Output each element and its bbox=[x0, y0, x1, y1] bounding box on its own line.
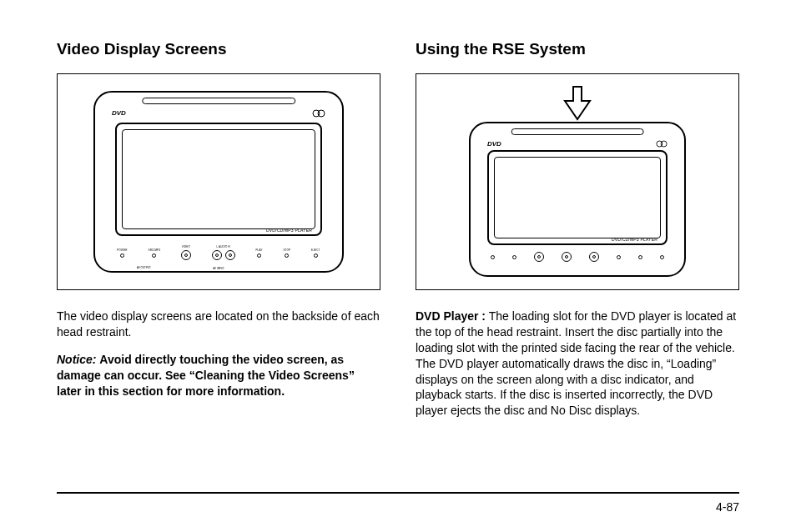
disc-slot bbox=[511, 128, 644, 135]
figure-video-display: DVD DVD/CD/MP3 PLAYER POWER SRC/MP3 VIDE… bbox=[57, 73, 380, 290]
button-icon bbox=[491, 255, 495, 259]
screen-bezel: DVD/CD/MP3 PLAYER bbox=[115, 123, 322, 236]
button-icon bbox=[512, 255, 516, 259]
jack-icon bbox=[534, 252, 544, 262]
svg-point-1 bbox=[318, 110, 325, 117]
jack-icon bbox=[589, 252, 599, 262]
dvd-logo: DVD bbox=[487, 140, 501, 148]
para-screen-location: The video display screens are located on… bbox=[57, 309, 380, 340]
source-button-icon bbox=[152, 253, 156, 258]
figure-rse-system: DVD DVD/CD/MP3 PLAYER bbox=[416, 73, 739, 290]
heading-using-rse: Using the RSE System bbox=[416, 40, 739, 58]
page-number: 4-87 bbox=[716, 500, 739, 514]
screen-inner bbox=[494, 157, 661, 238]
notice-paragraph: Notice: Avoid directly touching the vide… bbox=[57, 352, 380, 399]
screen-model-label: DVD/CD/MP3 PLAYER bbox=[266, 228, 312, 233]
audio-l-jack-icon bbox=[212, 250, 222, 260]
video-jack-icon bbox=[181, 250, 191, 260]
para-dvd-player: DVD Player : The loading slot for the DV… bbox=[416, 309, 739, 419]
right-column: Using the RSE System DVD DVD/CD/MP3 PLAY… bbox=[416, 40, 739, 430]
control-row: POWER SRC/MP3 VIDEO L AUDIO R PLAY STOP … bbox=[95, 241, 342, 264]
footer-divider bbox=[57, 492, 739, 494]
av-input-label: AV INPUT bbox=[213, 267, 224, 270]
play-button-icon bbox=[257, 253, 261, 258]
screen-model-label: DVD/CD/MP3 PLAYER bbox=[612, 237, 657, 242]
control-row bbox=[471, 245, 684, 269]
disc-slot bbox=[142, 98, 295, 104]
button-icon bbox=[617, 255, 621, 259]
dvd-player-body: The loading slot for the DVD player is l… bbox=[416, 309, 736, 417]
dvd-player-label: DVD Player : bbox=[416, 309, 486, 323]
power-button-icon bbox=[120, 253, 124, 258]
cd-logo bbox=[656, 140, 668, 149]
cd-logo bbox=[312, 109, 325, 119]
notice-body: Avoid directly touching the video screen… bbox=[57, 353, 355, 398]
av-output-label: AV OUTPUT bbox=[137, 266, 151, 269]
device-drawing-large: DVD DVD/CD/MP3 PLAYER POWER SRC/MP3 VIDE… bbox=[93, 91, 344, 273]
screen-bezel: DVD/CD/MP3 PLAYER bbox=[487, 150, 668, 245]
button-icon bbox=[638, 255, 642, 259]
arrow-down-icon bbox=[563, 86, 592, 121]
dvd-logo: DVD bbox=[112, 109, 126, 117]
left-column: Video Display Screens DVD DVD/CD/MP3 PLA… bbox=[57, 40, 380, 430]
stop-button-icon bbox=[285, 253, 289, 258]
audio-r-jack-icon bbox=[225, 250, 235, 260]
device-drawing-small: DVD DVD/CD/MP3 PLAYER bbox=[469, 122, 686, 277]
button-icon bbox=[660, 255, 664, 259]
heading-video-display-screens: Video Display Screens bbox=[57, 40, 380, 58]
jack-icon bbox=[562, 252, 572, 262]
screen-inner bbox=[122, 129, 315, 229]
notice-label: Notice: bbox=[57, 353, 96, 366]
svg-point-3 bbox=[661, 141, 667, 147]
eject-button-icon bbox=[314, 253, 318, 258]
